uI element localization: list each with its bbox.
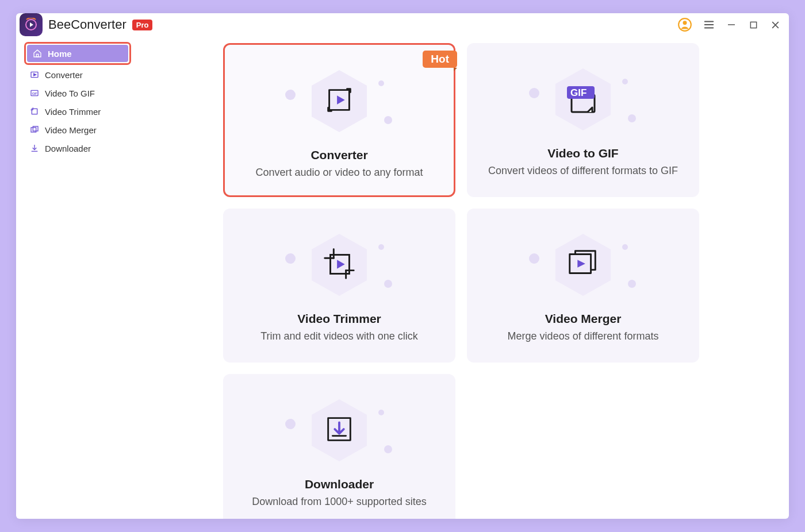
deco-dot <box>378 410 384 415</box>
app-logo <box>20 13 43 36</box>
converter-icon <box>30 70 39 79</box>
card-desc: Convert audio or video to any format <box>247 167 431 179</box>
card-video-merger[interactable]: Video Merger Merge videos of different f… <box>467 209 699 363</box>
card-icon-wrap <box>299 61 379 141</box>
card-downloader[interactable]: Downloader Download from 1000+ supported… <box>223 374 455 519</box>
svg-rect-8 <box>750 22 756 28</box>
titlebar: BeeConverter Pro <box>16 13 789 36</box>
converter-card-icon <box>323 83 356 119</box>
card-title: Video Trimmer <box>297 312 381 326</box>
svg-rect-19 <box>31 128 36 132</box>
download-icon <box>30 144 39 153</box>
sidebar-item-label: Video Merger <box>45 125 97 135</box>
deco-dot <box>384 280 392 288</box>
titlebar-right <box>677 17 781 32</box>
sidebar-item-video-merger[interactable]: Video Merger <box>24 121 131 138</box>
logo-play-icon <box>24 18 38 32</box>
card-icon-wrap <box>299 225 379 305</box>
deco-dot <box>378 244 384 250</box>
deco-dot <box>628 280 636 288</box>
deco-dot <box>622 79 628 84</box>
close-button[interactable] <box>769 19 781 30</box>
deco-dot <box>285 90 296 100</box>
card-desc: Download from 1000+ supported sites <box>244 496 435 508</box>
trimmer-icon <box>30 107 39 116</box>
maximize-button[interactable] <box>747 19 759 30</box>
card-icon-wrap <box>543 225 623 305</box>
deco-dot <box>378 80 384 86</box>
sidebar-highlight-annotation: Home <box>24 42 131 65</box>
sidebar-item-video-trimmer[interactable]: Video Trimmer <box>24 103 131 120</box>
deco-dot <box>529 253 539 264</box>
main-content: Hot Converter <box>137 36 789 519</box>
sidebar-item-label: Video To GIF <box>45 88 95 98</box>
gif-icon: GIF <box>30 88 39 98</box>
titlebar-left: BeeConverter Pro <box>20 13 152 36</box>
svg-marker-13 <box>34 74 36 76</box>
sidebar-item-converter[interactable]: Converter <box>24 66 131 83</box>
minimize-button[interactable] <box>726 19 737 30</box>
card-title: Video Merger <box>545 312 622 326</box>
svg-point-3 <box>683 21 687 25</box>
app-window: BeeConverter Pro <box>16 13 789 519</box>
svg-rect-20 <box>33 126 38 131</box>
sidebar-item-downloader[interactable]: Downloader <box>24 140 131 157</box>
deco-dot <box>285 253 296 264</box>
deco-dot <box>384 445 392 453</box>
sidebar-item-label: Downloader <box>45 144 91 153</box>
card-desc: Merge videos of different formats <box>500 330 667 342</box>
svg-marker-1 <box>30 22 33 27</box>
app-title: BeeConverter <box>48 17 126 32</box>
card-icon-wrap <box>299 390 379 471</box>
download-card-icon <box>323 413 356 448</box>
svg-text:GIF: GIF <box>570 87 586 98</box>
sidebar-item-video-to-gif[interactable]: GIF Video To GIF <box>24 84 131 102</box>
deco-dot <box>622 244 628 250</box>
menu-icon[interactable] <box>703 18 715 31</box>
card-desc: Trim and edit videos with one click <box>252 330 425 342</box>
trimmer-card-icon <box>321 246 357 284</box>
hot-badge: Hot <box>423 51 457 68</box>
svg-marker-33 <box>337 260 345 269</box>
sidebar-item-label: Home <box>48 49 72 59</box>
svg-text:GIF: GIF <box>32 92 38 95</box>
deco-dot <box>285 419 296 429</box>
svg-marker-24 <box>337 95 345 104</box>
sidebar-item-label: Converter <box>45 70 83 80</box>
card-video-to-gif[interactable]: GIF Video to GIF Convert videos of diffe… <box>467 43 699 197</box>
sidebar: Home Converter GIF Video To GIF Vide <box>16 36 137 519</box>
body: Home Converter GIF Video To GIF Vide <box>16 36 789 519</box>
sidebar-item-label: Video Trimmer <box>45 107 101 117</box>
card-title: Video to GIF <box>547 147 618 160</box>
window-controls <box>726 19 781 30</box>
deco-dot <box>529 88 539 98</box>
merger-icon <box>30 125 39 134</box>
merger-card-icon <box>565 246 601 284</box>
account-icon[interactable] <box>677 17 692 32</box>
pro-badge: Pro <box>132 20 153 30</box>
card-icon-wrap: GIF <box>543 59 623 140</box>
card-desc: Convert videos of different formats to G… <box>480 165 686 177</box>
card-title: Converter <box>310 148 367 162</box>
svg-marker-35 <box>577 260 585 268</box>
home-icon <box>33 49 42 58</box>
card-title: Downloader <box>305 477 374 491</box>
card-converter[interactable]: Hot Converter <box>223 43 455 197</box>
deco-dot <box>628 114 636 122</box>
deco-dot <box>384 116 392 124</box>
svg-rect-11 <box>36 54 38 57</box>
sidebar-item-home[interactable]: Home <box>27 45 128 62</box>
gif-card-icon: GIF <box>565 80 601 119</box>
card-video-trimmer[interactable]: Video Trimmer Trim and edit videos with … <box>223 209 455 363</box>
